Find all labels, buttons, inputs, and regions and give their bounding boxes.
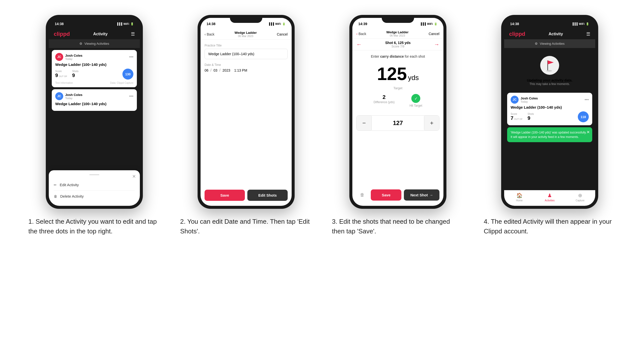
shots-val: 9 xyxy=(72,73,79,78)
datetime-row: 06 / 03 / 2023 1:13 PM xyxy=(204,68,288,73)
wifi-icon3: WiFi xyxy=(427,22,433,25)
card2-header: JC Josh Coles Today ••• xyxy=(55,92,134,100)
hit-target-icon: ✓ xyxy=(411,94,420,103)
tab-home[interactable]: 🏠 Home xyxy=(504,192,534,202)
out-of: OUT OF xyxy=(59,75,67,78)
tab-capture[interactable]: ⊕ Capture xyxy=(565,192,595,202)
tab-activities[interactable]: ♟ Activities xyxy=(534,192,565,202)
score-stat4: Score 7 OUT OF xyxy=(510,113,522,121)
increment-button[interactable]: + xyxy=(424,116,439,131)
shots-label4: Shots xyxy=(528,113,534,115)
svg-point-0 xyxy=(540,56,559,75)
phone4-caption: 4. The edited Activity will then appear … xyxy=(481,217,618,236)
back-chevron: ‹ xyxy=(204,32,206,36)
phone1-caption: 1. Select the Activity you want to edit … xyxy=(26,217,163,236)
form-body: Practice Title Date & Time 06 / 03 / xyxy=(200,40,292,77)
date-year[interactable]: 2023 xyxy=(222,68,230,72)
three-dots-4[interactable]: ••• xyxy=(584,97,589,102)
filter-icon: ⚙ xyxy=(80,42,82,45)
score-val: 9 OUT OF xyxy=(55,73,67,78)
distance-unit: yds xyxy=(408,74,419,82)
next-arrow-icon[interactable]: → xyxy=(434,41,440,48)
activity-card-1[interactable]: JC Josh Coles Today ••• Wedge Ladder (10… xyxy=(52,50,137,87)
number-display[interactable]: 127 xyxy=(372,116,424,130)
sq-badge1: 130 xyxy=(122,69,134,80)
phone2-notch xyxy=(230,15,262,23)
phone4-wrapper: 14:38 ▐▐▐ WiFi 🔋 clippd Activity ☰ ⚙ Vie… xyxy=(481,15,618,236)
shot-cancel-btn[interactable]: Cancel xyxy=(428,32,440,36)
user-name1: Josh Coles xyxy=(65,54,82,57)
shots-stat4: Shots 9 xyxy=(528,113,534,121)
card2-user: JC Josh Coles Today xyxy=(55,92,82,100)
hit-target-label: Hit Target xyxy=(410,104,422,107)
user-info2: Josh Coles Today xyxy=(65,93,82,100)
loading-title: Updating your activity data. xyxy=(527,78,572,82)
card4-header: JC Josh Coles Today ••• xyxy=(510,96,589,104)
practice-title-label: Practice Title xyxy=(204,44,288,47)
phone3-status-icons: ▐▐▐ WiFi 🔋 xyxy=(420,22,438,26)
phone4-frame: 14:38 ▐▐▐ WiFi 🔋 clippd Activity ☰ ⚙ Vie… xyxy=(501,15,598,209)
battery-icon2: 🔋 xyxy=(282,22,286,26)
delete-shot-button[interactable]: 🗑 xyxy=(356,189,368,201)
hamburger4-icon[interactable]: ☰ xyxy=(586,31,590,37)
viewing-label4: Viewing Activities xyxy=(540,42,564,45)
user-info4: Josh Coles Today xyxy=(520,96,538,103)
cancel-button[interactable]: Cancel xyxy=(277,32,288,36)
edit-shots-button[interactable]: Edit Shots xyxy=(247,190,288,201)
delete-activity-item[interactable]: 🗑 Delete Activity xyxy=(54,191,135,202)
save-shot-button[interactable]: Save xyxy=(371,189,402,201)
shot-info: Shot 6, 125 yds Score 7/9 xyxy=(385,41,410,48)
avatar2: JC xyxy=(55,92,63,100)
phone3-shot-nav: ‹ Back Wedge Ladder 06 Mar 2023 Cancel xyxy=(352,29,444,39)
filter-icon4: ⚙ xyxy=(535,42,538,45)
toast-close-icon[interactable]: ✕ xyxy=(586,129,590,135)
battery-icon3: 🔋 xyxy=(434,22,438,26)
phone4-screen: 14:38 ▐▐▐ WiFi 🔋 clippd Activity ☰ ⚙ Vie… xyxy=(504,18,595,206)
wifi-icon: WiFi xyxy=(124,22,129,25)
phone3-notch xyxy=(382,15,414,23)
score-label4: Score xyxy=(510,113,522,115)
prev-arrow-icon[interactable]: ← xyxy=(356,41,362,48)
shot-metrics: 2 Difference (yds) ✓ Hit Target xyxy=(352,90,444,111)
phone3-screen: 14:39 ▐▐▐ WiFi 🔋 ‹ Back Wedge Ladder xyxy=(352,18,444,206)
bottom-sheet: ✕ ✏ Edit Activity 🗑 Delete Activity xyxy=(49,170,140,206)
time-input[interactable]: 1:13 PM xyxy=(234,68,247,72)
date-month[interactable]: 03 xyxy=(214,68,218,72)
shot-header-title: Shot 6, 125 yds xyxy=(385,41,410,45)
delete-label: Delete Activity xyxy=(60,194,84,198)
shot-nav-sub: 06 Mar 2023 xyxy=(386,34,408,37)
phone4-status-icons: ▐▐▐ WiFi 🔋 xyxy=(572,22,589,26)
save-button[interactable]: Save xyxy=(204,190,245,201)
signal-icon: ▐▐▐ xyxy=(116,22,122,25)
card4-title: Wedge Ladder (100–140 yds) xyxy=(510,105,589,109)
phones-row: 14:38 ▐▐▐ WiFi 🔋 clippd Activity ☰ ⚙ xyxy=(26,15,618,236)
phone1-notch xyxy=(78,15,110,23)
activity-card-2[interactable]: JC Josh Coles Today ••• Wedge Ladder (10… xyxy=(52,89,137,111)
hamburger-icon[interactable]: ☰ xyxy=(131,31,135,37)
decrement-button[interactable]: − xyxy=(356,116,372,131)
user-name2: Josh Coles xyxy=(65,93,82,97)
user-date2: Today xyxy=(65,97,82,100)
card1-header: JC Josh Coles Today ••• xyxy=(55,53,134,61)
phone1-frame: 14:38 ▐▐▐ WiFi 🔋 clippd Activity ☰ ⚙ xyxy=(46,15,143,209)
date-day[interactable]: 06 xyxy=(204,68,208,72)
back-button[interactable]: ‹ Back xyxy=(204,32,214,36)
phone3-time: 14:39 xyxy=(358,22,367,26)
shot-instruction: Enter carry distance for each shot xyxy=(352,50,444,62)
score-label: Score xyxy=(55,70,67,73)
user-date1: Today xyxy=(65,57,82,60)
three-dots-2[interactable]: ••• xyxy=(129,94,134,98)
success-toast: ✕ 'Wedge Ladder (100–140 yds)' was updat… xyxy=(507,127,592,142)
nav-title: Activity xyxy=(93,32,108,36)
shots-val4: 9 xyxy=(528,115,534,121)
practice-title-input[interactable] xyxy=(204,49,288,59)
shot-back-btn[interactable]: ‹ Back xyxy=(356,32,366,36)
golf-flag-icon xyxy=(540,55,560,75)
edit-activity-item[interactable]: ✏ Edit Activity xyxy=(54,179,135,191)
next-shot-button[interactable]: Next Shot → xyxy=(404,189,440,201)
three-dots-1[interactable]: ••• xyxy=(129,55,134,59)
form-buttons: Save Edit Shots xyxy=(204,190,288,201)
activity-card4[interactable]: JC Josh Coles Today ••• Wedge Ladder (10… xyxy=(507,93,592,125)
close-icon[interactable]: ✕ xyxy=(132,174,136,179)
phone4-time: 14:38 xyxy=(510,22,519,26)
